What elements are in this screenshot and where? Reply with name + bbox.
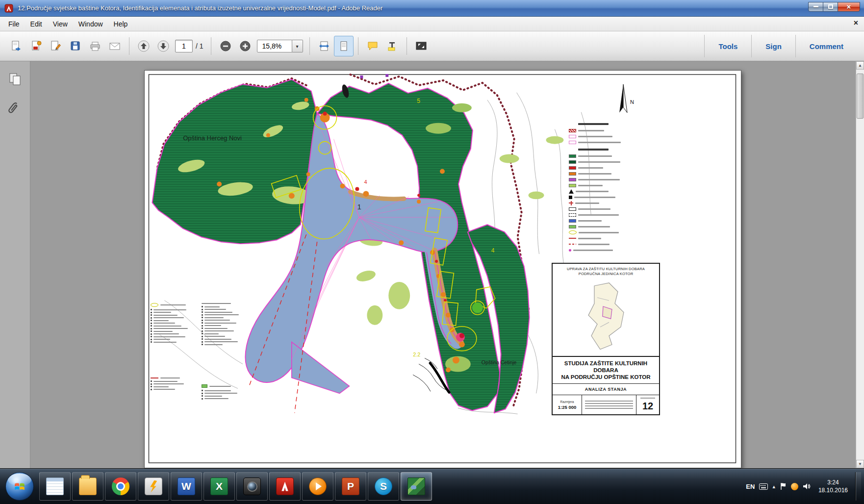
zoom-level-value[interactable]: 15,8% <box>257 40 292 52</box>
fill-sign-button[interactable] <box>46 36 66 56</box>
taskbar-notepad-button[interactable] <box>39 472 71 501</box>
taskbar-word-button[interactable]: W <box>171 472 202 501</box>
scroll-up-button[interactable]: ▲ <box>856 61 864 70</box>
legend-row <box>569 200 638 206</box>
taskbar-media-player-button[interactable] <box>302 472 333 501</box>
zone-4-red-label: 4 <box>364 179 367 185</box>
taskbar-chrome-button[interactable] <box>105 472 136 501</box>
legend-row <box>569 133 638 139</box>
zoom-out-button[interactable] <box>216 36 235 56</box>
save-button[interactable] <box>66 36 85 56</box>
keyboard-icon[interactable] <box>759 483 768 490</box>
adobe-reader-window: 12.Područje svjetske baštine Kotora, Ide… <box>0 0 864 504</box>
menu-window[interactable]: Window <box>73 18 108 30</box>
sign-panel-button[interactable]: Sign <box>752 42 795 50</box>
zoom-dropdown-button[interactable]: ▾ <box>292 40 303 52</box>
sticky-note-button[interactable] <box>363 36 382 56</box>
attachments-button[interactable] <box>7 101 24 118</box>
mini-legend-row <box>151 341 198 343</box>
minimize-button[interactable] <box>808 2 823 12</box>
zone-5-label: 5 <box>417 98 420 104</box>
previous-page-button[interactable] <box>134 36 153 56</box>
legend-label-bar <box>578 185 603 186</box>
toolbar-separator <box>309 37 310 55</box>
legend-label-bar <box>578 123 609 125</box>
legend-swatch-outline-pink <box>569 135 576 138</box>
fullscreen-button[interactable] <box>411 36 431 56</box>
open-button[interactable] <box>7 36 26 56</box>
map-title: STUDIJA ZAŠTITE KULTURNIH DOBARA NA PODR… <box>553 356 659 383</box>
legend-row <box>569 206 638 212</box>
content-area: Opština Herceg Novi 1 5 4 2.2 4 Opština … <box>0 61 864 468</box>
tools-panel-button[interactable]: Tools <box>705 42 751 50</box>
taskbar-image-viewer-button[interactable] <box>401 472 432 501</box>
notification-icon[interactable] <box>791 483 798 490</box>
print-button[interactable] <box>85 36 105 56</box>
legend-swatch-dash-outline <box>569 213 576 217</box>
maximize-button[interactable] <box>823 2 838 12</box>
legend-label-bar <box>578 214 619 216</box>
mini-legend-row <box>202 344 250 345</box>
mini-legend-row <box>202 311 250 313</box>
taskbar-folder-button[interactable] <box>72 472 103 501</box>
clock[interactable]: 3:24 18.10.2016 <box>818 479 848 494</box>
taskbar-excel-button[interactable]: X <box>203 472 235 501</box>
mini-legend-row <box>202 322 250 324</box>
start-button[interactable] <box>5 472 34 501</box>
zoom-control: 15,8% ▾ <box>257 40 303 52</box>
menu-file[interactable]: File <box>3 18 25 30</box>
page-thumbnails-button[interactable] <box>7 71 24 88</box>
titlebar: 12.Područje svjetske baštine Kotora, Ide… <box>0 0 864 17</box>
menu-view[interactable]: View <box>48 18 73 30</box>
sheet-number: 12 <box>642 401 653 412</box>
scrollbar-thumb[interactable] <box>857 74 864 119</box>
vertical-scrollbar[interactable]: ▲ ▼ <box>856 61 864 468</box>
taskbar-camera-button[interactable] <box>236 472 268 501</box>
email-button[interactable] <box>105 36 125 56</box>
cetinje-label: Opština Cetinje <box>482 360 517 365</box>
document-canvas[interactable]: Opština Herceg Novi 1 5 4 2.2 4 Opština … <box>30 61 856 468</box>
show-desktop-button[interactable] <box>855 472 861 501</box>
printer-icon <box>89 40 101 52</box>
tray-expand-icon[interactable]: ▴ <box>772 483 775 490</box>
scrollbar-track[interactable] <box>856 70 864 460</box>
close-button[interactable]: × <box>838 2 860 12</box>
mini-legend-text-bar <box>160 378 180 378</box>
taskbar-winamp-button[interactable] <box>138 472 169 501</box>
legend-swatch-fill <box>569 160 576 164</box>
create-pdf-button[interactable] <box>26 36 46 56</box>
sheet-label-bar <box>640 398 655 399</box>
next-page-button[interactable] <box>153 36 173 56</box>
legend-row <box>569 159 638 165</box>
system-tray: EN ▴ 3:24 18.10.2016 <box>746 472 862 501</box>
menu-edit[interactable]: Edit <box>25 18 48 30</box>
legend-label-bar <box>578 142 621 143</box>
legend-swatch-fill <box>569 154 576 158</box>
legend-swatch-fill <box>569 184 576 187</box>
mini-legend-text-bar <box>209 386 231 387</box>
taskbar-adobe-reader-button[interactable] <box>269 472 301 501</box>
taskbar-powerpoint-button[interactable]: P <box>335 472 366 501</box>
pencil-page-icon <box>50 40 62 52</box>
legend-row <box>569 247 638 253</box>
menu-help[interactable]: Help <box>108 18 133 30</box>
fit-one-page-button[interactable] <box>334 36 354 56</box>
language-indicator[interactable]: EN <box>746 483 755 490</box>
mini-legend-row <box>151 380 198 382</box>
comment-panel-button[interactable]: Comment <box>796 42 857 50</box>
taskbar-skype-button[interactable]: S <box>368 472 399 501</box>
action-center-flag-icon[interactable] <box>780 482 787 490</box>
volume-icon[interactable] <box>803 483 811 490</box>
title-block-org: UPRAVA ZA ZAŠTITU KULTURNIH DOBARA PODRU… <box>553 264 659 277</box>
mini-legend-row <box>202 393 250 394</box>
page-number-input[interactable] <box>175 40 193 52</box>
page-total-label: / 1 <box>196 42 203 50</box>
zoom-in-button[interactable] <box>235 36 255 56</box>
scroll-down-button[interactable]: ▼ <box>856 460 864 468</box>
fit-width-button[interactable] <box>314 36 334 56</box>
floppy-icon <box>70 40 81 52</box>
highlight-text-button[interactable] <box>382 36 402 56</box>
maximize-icon <box>828 4 833 9</box>
menubar-close-icon[interactable]: × <box>854 19 858 27</box>
clock-date: 18.10.2016 <box>818 486 848 494</box>
